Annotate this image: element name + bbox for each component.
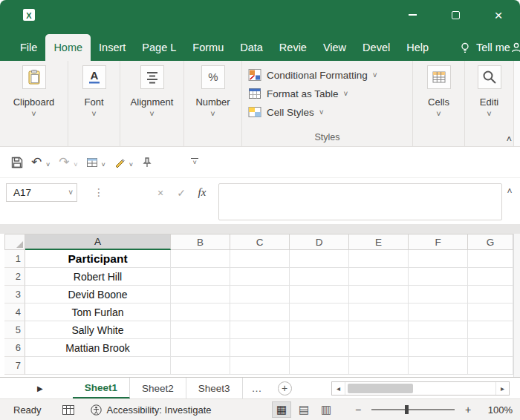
cell-C3[interactable]	[230, 286, 290, 303]
zoom-slider[interactable]	[371, 409, 455, 410]
cell-C1[interactable]	[230, 250, 290, 268]
cell-A1[interactable]: Participant	[25, 250, 171, 268]
cell-F6[interactable]	[409, 339, 468, 357]
ribbon-scrollbar[interactable]	[513, 61, 520, 146]
cell-C5[interactable]	[230, 321, 290, 339]
cell-E7[interactable]	[349, 357, 409, 375]
minimize-button[interactable]	[391, 0, 434, 30]
cell-A5[interactable]: Sally White	[25, 321, 171, 339]
column-header-A[interactable]: A	[25, 234, 171, 250]
table-dropdown[interactable]: ˅	[102, 161, 105, 168]
cell-G3[interactable]	[468, 286, 513, 303]
customize-quick-access-button[interactable]: ˅	[191, 158, 198, 166]
scrollbar-thumb[interactable]	[348, 384, 413, 393]
cell-E3[interactable]	[349, 286, 409, 303]
cell-C4[interactable]	[230, 303, 290, 321]
add-sheet-button[interactable]: +	[278, 381, 292, 396]
normal-view-button[interactable]: ▦	[272, 401, 291, 418]
scroll-left-button[interactable]: ◂	[332, 382, 345, 395]
cell-D4[interactable]	[290, 303, 349, 321]
cell-F7[interactable]	[409, 357, 468, 375]
cell-D5[interactable]	[290, 321, 349, 339]
cell-D7[interactable]	[290, 357, 349, 375]
cell-A6[interactable]: Mattian Brook	[25, 339, 171, 357]
select-all-button[interactable]	[4, 234, 25, 250]
column-header-F[interactable]: F	[409, 234, 468, 250]
cell-E5[interactable]	[349, 321, 409, 339]
close-button[interactable]: ×	[477, 0, 520, 30]
menu-tab-formulas[interactable]: Formu	[184, 34, 232, 61]
enter-button[interactable]: ✓	[171, 183, 192, 202]
alignment-group-button[interactable]: Alignment ˅	[120, 61, 184, 146]
row-header-7[interactable]: 7	[4, 357, 25, 375]
accessibility-button[interactable]: Accessibility: Investigate	[91, 404, 212, 416]
menu-tab-insert[interactable]: Insert	[91, 34, 134, 61]
cell-D1[interactable]	[290, 250, 349, 268]
cell-G1[interactable]	[468, 250, 513, 268]
row-header-3[interactable]: 3	[4, 286, 25, 303]
menu-tab-view[interactable]: View	[315, 34, 354, 61]
cell-E6[interactable]	[349, 339, 409, 357]
sheet-tab-sheet1[interactable]: Sheet1	[73, 378, 130, 398]
cell-G7[interactable]	[468, 357, 513, 375]
maximize-button[interactable]	[434, 0, 477, 30]
sheet-nav-right-button[interactable]: ▶	[37, 384, 43, 393]
cell-A4[interactable]: Tom Furlan	[25, 303, 171, 321]
menu-tab-file[interactable]: File	[12, 34, 45, 61]
cell-D6[interactable]	[290, 339, 349, 357]
menu-tab-data[interactable]: Data	[232, 34, 271, 61]
font-group-button[interactable]: A Font ˅	[68, 61, 120, 146]
cell-B4[interactable]	[171, 303, 230, 321]
row-header-1[interactable]: 1	[4, 250, 25, 268]
collapse-formula-bar-button[interactable]: ˄	[502, 183, 517, 197]
zoom-in-button[interactable]: +	[461, 404, 475, 416]
row-header-5[interactable]: 5	[4, 321, 25, 339]
name-box-dropdown[interactable]: ˅	[65, 188, 77, 197]
conditional-formatting-button[interactable]: Conditional Formatting ˅	[248, 68, 377, 82]
cell-G5[interactable]	[468, 321, 513, 339]
format-as-table-button[interactable]: Format as Table ˅	[248, 87, 377, 100]
cell-A7[interactable]	[25, 357, 171, 375]
share-button[interactable]: Share	[510, 34, 520, 61]
cell-G4[interactable]	[468, 303, 513, 321]
more-sheets-button[interactable]: …	[243, 382, 272, 394]
cell-F3[interactable]	[409, 286, 468, 303]
insert-function-button[interactable]: fx	[192, 183, 212, 202]
row-header-2[interactable]: 2	[4, 268, 25, 286]
redo-dropdown[interactable]: ˅	[74, 161, 77, 168]
undo-button[interactable]: ↶	[27, 152, 46, 173]
cancel-button[interactable]: ×	[150, 183, 171, 202]
cell-G2[interactable]	[468, 268, 513, 286]
cell-E4[interactable]	[349, 303, 409, 321]
formula-input[interactable]	[218, 183, 502, 220]
cell-A3[interactable]: Devid Boone	[25, 286, 171, 303]
menu-tab-page-layout[interactable]: Page L	[134, 34, 184, 61]
table-button[interactable]	[82, 152, 102, 173]
cell-B3[interactable]	[171, 286, 230, 303]
cell-F1[interactable]	[409, 250, 468, 268]
cells-group-button[interactable]: Cells ˅	[413, 61, 465, 146]
cell-B1[interactable]	[171, 250, 230, 268]
vertical-scrollbar[interactable]	[513, 234, 520, 377]
cell-A2[interactable]: Robert Hill	[25, 268, 171, 286]
cell-D3[interactable]	[290, 286, 349, 303]
sheet-tab-sheet3[interactable]: Sheet3	[186, 378, 243, 398]
undo-dropdown[interactable]: ˅	[46, 161, 50, 168]
cell-F2[interactable]	[409, 268, 468, 286]
cell-B7[interactable]	[171, 357, 230, 375]
macro-record-button[interactable]	[62, 405, 74, 415]
column-header-C[interactable]: C	[230, 234, 290, 250]
save-button[interactable]	[7, 152, 27, 173]
zoom-out-button[interactable]: −	[351, 404, 365, 416]
zoom-slider-thumb[interactable]	[405, 405, 409, 414]
column-header-G[interactable]: G	[468, 234, 513, 250]
zoom-level-button[interactable]: 100%	[480, 404, 513, 416]
cell-styles-button[interactable]: Cell Styles ˅	[248, 105, 377, 119]
menu-tab-developer[interactable]: Devel	[354, 34, 398, 61]
cell-E1[interactable]	[349, 250, 409, 268]
clipboard-group-button[interactable]: Clipboard ˅	[0, 61, 68, 146]
scroll-right-button[interactable]: ▸	[496, 382, 509, 395]
page-break-view-button[interactable]: ▥	[316, 401, 336, 418]
cell-B5[interactable]	[171, 321, 230, 339]
cell-B2[interactable]	[171, 268, 230, 286]
